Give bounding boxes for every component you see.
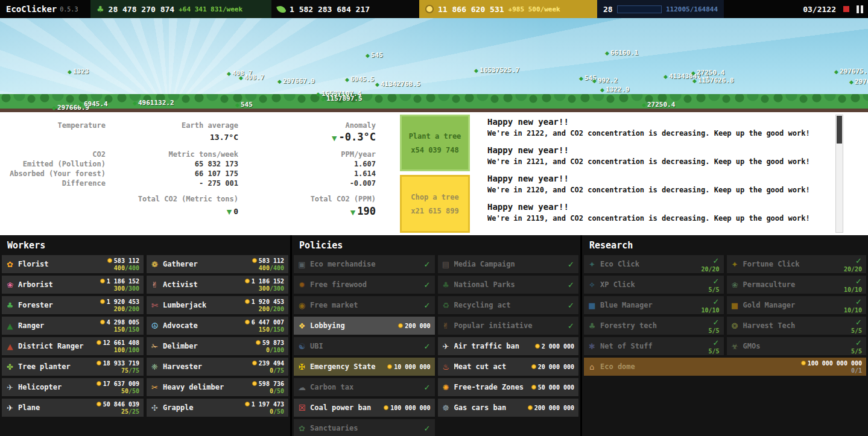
policy-row[interactable]: ✹ Free firewood ✓: [294, 276, 435, 294]
research-row[interactable]: ❂ Harvest Tech ✓ 5/5: [727, 317, 867, 335]
research-row[interactable]: ❀ Permaculture ✓ 10/10: [727, 276, 867, 294]
emitted-ppm-value: 1.607: [238, 160, 376, 168]
news-scrollbar-thumb[interactable]: [837, 116, 842, 144]
policy-row[interactable]: ❖ Lobbying ✓ 200 000: [294, 317, 435, 335]
xp-progress-bar: [617, 5, 662, 13]
policy-row[interactable]: ☁ Carbon tax ✓: [294, 378, 435, 396]
research-row[interactable]: ■ Gold Manager ✓ 10/10: [727, 296, 867, 314]
worker-cost: 583 112: [252, 257, 284, 264]
number-value: 297667.9: [283, 77, 315, 85]
pause-button[interactable]: [857, 5, 863, 13]
policy-row[interactable]: ♣ National Parks ✓: [438, 276, 579, 294]
worker-row[interactable]: ▲ District Ranger 12 661 408 100/100: [2, 337, 144, 355]
research-row[interactable]: ✧ XP Click ✓ 5/5: [584, 276, 724, 294]
worker-count: 50/50: [121, 388, 139, 394]
worker-row[interactable]: ✂ Heavy delimber 598 736 0/50: [147, 378, 288, 396]
max-count: /100: [270, 347, 284, 353]
policy-cost: 10 000 000: [387, 364, 430, 370]
leaf-diamond-icon: ◆: [133, 100, 137, 106]
worker-row[interactable]: ✣ Grapple 1 197 473 0/50: [147, 399, 288, 417]
policy-row[interactable]: ♻ Recycling act ✓: [438, 296, 579, 314]
worker-cost: 6 447 007: [245, 319, 284, 326]
worker-row[interactable]: ✈ Plane 50 846 039 25/25: [2, 399, 144, 417]
cost-value: 1 186 152: [252, 278, 284, 285]
worker-row[interactable]: ✿ Florist 583 112 400/400: [2, 255, 144, 273]
anomaly-label: Anomaly: [238, 121, 376, 130]
worker-name: Helicopter: [18, 383, 97, 391]
research-row[interactable]: ✱ Net of Stuff ✓ 5/5: [584, 337, 724, 355]
worker-row[interactable]: ❈ Harvester 239 494 0/75: [147, 358, 288, 376]
max-count: /200: [270, 306, 284, 312]
workers-column-1: ✿ Florist 583 112 400/400 ❀ Arborist 1 1…: [2, 255, 144, 417]
worker-row[interactable]: ❀ Arborist 1 186 152 300/300: [2, 276, 144, 294]
policy-row[interactable]: ✈ Air traffic ban ✓ 2 000 000: [438, 337, 579, 355]
sanctuary-icon: ✿: [297, 424, 307, 433]
policy-row[interactable]: ☒ Coal power ban ✓ 100 000 000: [294, 399, 435, 417]
worker-count: 25/25: [121, 408, 139, 415]
worker-row[interactable]: ✌ Activist 1 186 152 300/300: [147, 276, 288, 294]
chop-tree-button[interactable]: Chop a tree x21 615 899: [400, 175, 470, 233]
policy-row[interactable]: ▣ Eco merchandise ✓: [294, 255, 435, 273]
floating-number: ◆ 297667.9: [277, 77, 315, 85]
research-row-eco-dome[interactable]: ⌂ Eco dome 100 000 000 000 0/1: [584, 358, 866, 376]
research-row[interactable]: ♣ Forestry tech ✓ 5/5: [584, 317, 724, 335]
leaf-diamond-icon: ◆: [375, 81, 379, 87]
policy-row[interactable]: ✌ Popular initiative ✓: [438, 317, 579, 335]
dome-icon: ⌂: [587, 362, 597, 371]
worker-count: 0/100: [266, 347, 284, 353]
number-value: 1157626.8: [698, 77, 734, 84]
pine-icon: ▲: [5, 321, 15, 330]
cost-value: 239 494: [259, 360, 284, 367]
policy-row[interactable]: ▤ Media Campaign ✓: [438, 255, 579, 273]
policy-row[interactable]: ☯ UBI ✓: [294, 337, 435, 355]
worker-row[interactable]: ✄ Lumberjack 1 920 453 200/200: [147, 296, 288, 314]
policy-row[interactable]: ✿ Sanctuaries ✓: [294, 419, 435, 436]
worker-name: Ranger: [18, 321, 100, 330]
news-body: We're in 2121, and CO2 concentration is …: [487, 157, 832, 166]
person-icon: ☯: [297, 342, 307, 351]
game-date: 03/2122: [803, 5, 836, 14]
number-value: 4961132.2: [138, 99, 174, 107]
worker-row[interactable]: ✁ Delimber 59 873 0/100: [147, 337, 288, 355]
policy-cost: 200 000: [398, 323, 430, 329]
max-count: /200: [125, 306, 139, 312]
emitted-tons-value: 65 832 173: [106, 160, 238, 168]
worker-name: Lumberjack: [163, 301, 245, 309]
worker-row[interactable]: ☮ Advocate 6 447 007 150/150: [147, 317, 288, 335]
plant-tree-button[interactable]: Plant a tree x54 039 748: [400, 115, 470, 171]
news-scrollbar[interactable]: [835, 115, 843, 233]
total-ppm-number: 190: [357, 205, 376, 217]
policy-row[interactable]: ☸ Gas cars ban ✓ 200 000 000: [438, 399, 579, 417]
news-body: We're in 2120, and CO2 concentration is …: [487, 186, 832, 194]
date-section: 03/2122: [724, 0, 868, 18]
worker-row[interactable]: ✈ Helicopter 17 637 009 50/50: [2, 378, 144, 396]
worker-name: Gatherer: [163, 260, 252, 268]
policy-row[interactable]: ◉ Free market ✓: [294, 296, 435, 314]
policies-column-2: ▤ Media Campaign ✓ ♣ National Parks ✓: [438, 255, 579, 436]
research-row[interactable]: ■ Blue Manager ✓ 10/10: [584, 296, 724, 314]
research-name: Fortune Click: [743, 260, 844, 268]
research-row[interactable]: ✦ Fortune Click ✓ 20/20: [727, 255, 867, 273]
research-row[interactable]: ✦ Eco Click ✓ 20/20: [584, 255, 724, 273]
worker-row[interactable]: ❁ Gatherer 583 112 400/400: [147, 255, 288, 273]
policy-row[interactable]: ♨ Meat cut act ✓ 20 000 000: [438, 358, 579, 376]
research-row[interactable]: ☣ GMOs ✓ 5/5: [727, 337, 867, 355]
worker-row[interactable]: ♣ Forester 1 920 453 200/200: [2, 296, 144, 314]
stop-icon[interactable]: [843, 6, 849, 12]
cost-value: 18 933 719: [103, 360, 139, 367]
leaf-diamond-icon: ◆: [52, 105, 56, 111]
owned-count: 400: [114, 265, 125, 271]
cost-value: 1 186 152: [107, 278, 139, 285]
policy-row[interactable]: ✺ Free-trade Zones ✓ 50 000 000: [438, 378, 579, 396]
earth-average-label: Earth average: [106, 121, 238, 130]
policy-status: ✓: [568, 301, 574, 310]
xp-click-icon: ✧: [587, 280, 597, 289]
worker-name: Harvester: [163, 362, 252, 371]
permaculture-icon: ❀: [730, 280, 740, 289]
worker-row[interactable]: ▲ Ranger 4 298 005 150/150: [2, 317, 144, 335]
policy-row[interactable]: ✠ Emergency State ✓ 10 000 000: [294, 358, 435, 376]
number-value: 27250.4: [697, 69, 724, 77]
app-title: EcoClicker: [6, 4, 57, 14]
worker-row[interactable]: ✤ Tree planter 18 933 719 75/75: [2, 358, 144, 376]
coin-icon: [531, 385, 536, 390]
